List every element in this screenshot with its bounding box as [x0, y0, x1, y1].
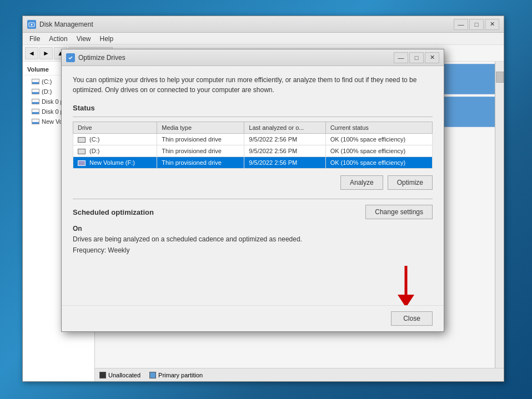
legend-primary-label: Primary partition — [158, 372, 203, 378]
legend-unallocated-color — [99, 372, 106, 378]
dialog-titlebar-controls: — □ ✕ — [394, 52, 439, 63]
sidebar-label-d: (D:) — [42, 88, 52, 95]
drive-row-d[interactable]: (D:) Thin provisioned drive 9/5/2022 2:5… — [73, 145, 433, 157]
drive-c-analyzed: 9/5/2022 2:56 PM — [244, 134, 325, 145]
menu-bar: File Action View Help — [23, 33, 504, 45]
optimize-dialog-icon — [66, 53, 75, 62]
sched-title: Scheduled optimization — [73, 208, 154, 216]
drive-disk0b-icon — [32, 109, 39, 114]
drive-newvol-icon — [32, 119, 39, 124]
restore-button[interactable]: □ — [469, 19, 484, 30]
dialog-titlebar: Optimize Drives — □ ✕ — [62, 49, 444, 66]
dialog-close-button[interactable]: ✕ — [425, 52, 439, 63]
dialog-restore-button[interactable]: □ — [409, 52, 424, 63]
legend-bar: Unallocated Primary partition — [95, 368, 504, 381]
drive-c-icon — [32, 79, 39, 84]
sidebar-label-c: (C:) — [42, 78, 52, 85]
back-button[interactable]: ◄ — [25, 47, 38, 59]
close-button[interactable]: ✕ — [485, 19, 499, 30]
legend-primary: Primary partition — [149, 372, 203, 378]
drive-d-status: OK (100% space efficiency) — [325, 145, 432, 157]
menu-help[interactable]: Help — [96, 34, 118, 44]
col-drive: Drive — [73, 122, 157, 134]
legend-unallocated: Unallocated — [99, 372, 140, 378]
menu-view[interactable]: View — [72, 34, 96, 44]
sched-divider — [73, 199, 433, 199]
sched-header: Scheduled optimization Change settings — [73, 205, 433, 219]
menu-file[interactable]: File — [25, 34, 44, 44]
close-dialog-button[interactable]: Close — [391, 311, 433, 326]
drive-d-media: Thin provisioned drive — [157, 145, 244, 157]
drive-newvol-analyzed: 9/5/2022 2:56 PM — [244, 157, 325, 169]
col-media-type: Media type — [157, 122, 244, 134]
sched-frequency: Frequency: Weekly — [73, 245, 433, 256]
red-arrow-indicator — [395, 266, 417, 305]
disk-mgmt-icon — [27, 20, 36, 29]
minimize-button[interactable]: — — [454, 19, 468, 30]
titlebar-left: Disk Management — [27, 20, 93, 29]
svg-marker-4 — [398, 295, 414, 305]
drives-table: Drive Media type Last analyzed or o... C… — [73, 122, 433, 169]
drive-c-icon-small — [78, 137, 86, 143]
status-section-title: Status — [73, 104, 433, 112]
window-title: Disk Management — [39, 21, 93, 28]
change-settings-button[interactable]: Change settings — [365, 205, 433, 219]
sched-status: On — [73, 224, 433, 234]
drive-c-status: OK (100% space efficiency) — [325, 134, 432, 145]
menu-action[interactable]: Action — [44, 34, 72, 44]
dialog-footer: Close — [62, 305, 444, 331]
legend-unallocated-label: Unallocated — [108, 372, 140, 378]
optimize-button[interactable]: Optimize — [388, 175, 433, 190]
titlebar-controls: — □ ✕ — [454, 19, 499, 30]
optimize-dialog: Optimize Drives — □ ✕ You can optimize y… — [61, 49, 444, 332]
drive-newvol-icon-small — [78, 160, 86, 166]
legend-primary-color — [149, 372, 156, 378]
titlebar: Disk Management — □ ✕ — [23, 16, 504, 33]
drive-d-name: (D:) — [73, 145, 157, 157]
drive-d-icon — [32, 89, 39, 94]
forward-button[interactable]: ► — [39, 47, 53, 59]
drive-c-media: Thin provisioned drive — [157, 134, 244, 145]
drive-newvol-media: Thin provisioned drive — [157, 157, 244, 169]
drive-newvol-status: OK (100% space efficiency) — [325, 157, 432, 169]
drive-row-newvol[interactable]: New Volume (F:) Thin provisioned drive 9… — [73, 157, 433, 169]
drive-disk0a-icon — [32, 99, 39, 104]
sched-description: Drives are being analyzed on a scheduled… — [73, 234, 433, 245]
action-buttons-row: Analyze Optimize — [73, 175, 433, 190]
col-last-analyzed: Last analyzed or o... — [244, 122, 325, 134]
dialog-minimize-button[interactable]: — — [394, 52, 408, 63]
dialog-description: You can optimize your drives to help you… — [73, 75, 433, 95]
drive-row-c[interactable]: (C:) Thin provisioned drive 9/5/2022 2:5… — [73, 134, 433, 145]
dialog-content: You can optimize your drives to help you… — [62, 66, 444, 305]
drive-c-name: (C:) — [73, 134, 157, 145]
drives-table-container: Drive Media type Last analyzed or o... C… — [73, 122, 433, 175]
drive-d-icon-small — [78, 149, 86, 154]
dialog-title: Optimize Drives — [78, 54, 126, 62]
drive-d-analyzed: 9/5/2022 2:56 PM — [244, 145, 325, 157]
drive-newvol-name: New Volume (F:) — [73, 157, 157, 169]
col-status: Current status — [325, 122, 432, 134]
sched-body: On Drives are being analyzed on a schedu… — [73, 224, 433, 256]
analyze-button[interactable]: Analyze — [340, 175, 383, 190]
svg-point-1 — [31, 24, 33, 26]
dialog-title-left: Optimize Drives — [66, 53, 126, 62]
status-divider — [73, 117, 433, 117]
